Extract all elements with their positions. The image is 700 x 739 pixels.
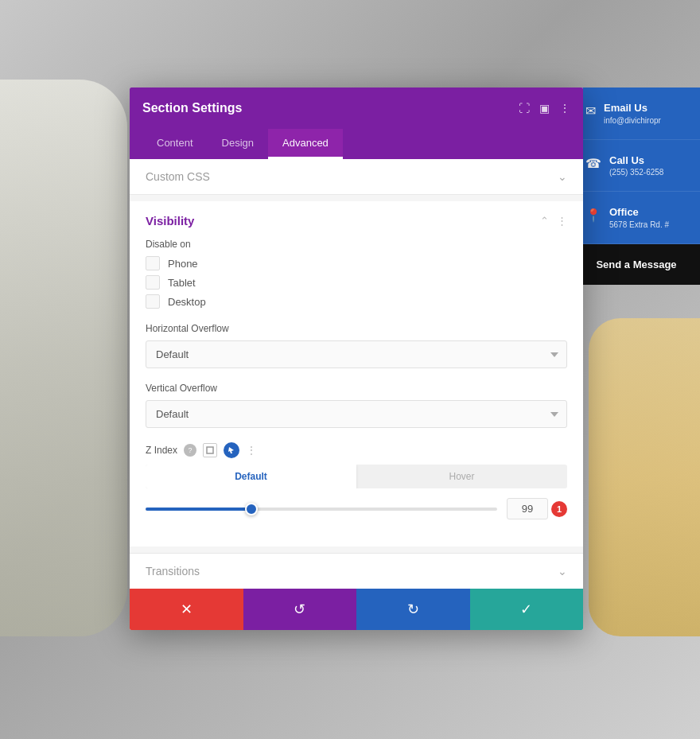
z-index-slider-container[interactable] xyxy=(146,501,497,517)
z-index-input[interactable] xyxy=(507,498,548,519)
horizontal-overflow-group: Horizontal Overflow Default Hidden Scrol… xyxy=(146,323,567,368)
vertical-overflow-label: Vertical Overflow xyxy=(146,383,567,394)
redo-button[interactable]: ↻ xyxy=(356,589,470,630)
slider-fill xyxy=(146,508,251,511)
modal-title: Section Settings xyxy=(142,101,512,115)
z-index-group: Z Index ? ⋮ Default Hover xyxy=(146,442,567,519)
more-options-icon[interactable]: ⋮ xyxy=(559,102,570,115)
visibility-title: Visibility xyxy=(146,214,540,228)
horizontal-overflow-label: Horizontal Overflow xyxy=(146,323,567,334)
vertical-overflow-select[interactable]: Default Hidden Scroll Auto Visible xyxy=(146,400,567,428)
desktop-label: Desktop xyxy=(168,296,206,308)
modal-header-icons: ⛶ ▣ ⋮ xyxy=(519,102,570,115)
fullscreen-icon[interactable]: ⛶ xyxy=(519,102,530,115)
transitions-chevron-icon: ⌄ xyxy=(558,565,567,578)
desktop-checkbox-row: Desktop xyxy=(146,294,567,309)
modal-header: Section Settings ⛶ ▣ ⋮ xyxy=(130,88,583,129)
phone-label: Phone xyxy=(168,258,198,270)
save-button[interactable]: ✓ xyxy=(470,589,584,630)
disable-on-group: Disable on Phone Tablet Desktop xyxy=(146,239,567,309)
modal-footer: ✕ ↺ ↻ ✓ xyxy=(130,589,583,630)
z-index-more-icon[interactable]: ⋮ xyxy=(246,444,257,457)
tablet-checkbox-row: Tablet xyxy=(146,275,567,290)
desktop-checkbox[interactable] xyxy=(146,294,160,309)
undo-button[interactable]: ↺ xyxy=(243,589,357,630)
chevron-down-icon: ⌄ xyxy=(558,170,567,183)
z-index-slider-row: 1 xyxy=(146,498,567,519)
tablet-label: Tablet xyxy=(168,277,196,289)
z-index-cursor-icon[interactable] xyxy=(224,442,239,458)
z-index-header: Z Index ? ⋮ xyxy=(146,442,567,458)
visibility-section: Visibility ⌃ ⋮ Disable on Phone T xyxy=(130,201,583,546)
svg-marker-1 xyxy=(228,447,234,453)
z-index-badge: 1 xyxy=(551,501,567,517)
phone-checkbox-row: Phone xyxy=(146,256,567,270)
disable-on-label: Disable on xyxy=(146,239,567,250)
vertical-overflow-group: Vertical Overflow Default Hidden Scroll … xyxy=(146,383,567,428)
tab-design[interactable]: Design xyxy=(208,129,268,159)
slider-thumb[interactable] xyxy=(245,503,258,515)
section-settings-modal: Section Settings ⛶ ▣ ⋮ Content Design Ad… xyxy=(130,88,583,630)
tab-content[interactable]: Content xyxy=(142,129,208,159)
cancel-button[interactable]: ✕ xyxy=(130,589,243,630)
z-index-help-icon[interactable]: ? xyxy=(184,444,196,457)
svg-rect-0 xyxy=(207,447,213,453)
custom-css-title: Custom CSS xyxy=(146,170,558,183)
modal-body: Custom CSS ⌄ Visibility ⌃ ⋮ Disable on xyxy=(130,159,583,589)
tablet-checkbox[interactable] xyxy=(146,275,160,290)
modal-overlay: Section Settings ⛶ ▣ ⋮ Content Design Ad… xyxy=(0,0,700,739)
z-index-desktop-icon[interactable] xyxy=(203,443,217,457)
transitions-section[interactable]: Transitions ⌄ xyxy=(130,553,583,589)
visibility-header-icons: ⌃ ⋮ xyxy=(540,215,567,227)
split-view-icon[interactable]: ▣ xyxy=(539,102,550,115)
tab-advanced[interactable]: Advanced xyxy=(268,129,343,159)
collapse-icon[interactable]: ⌃ xyxy=(540,215,549,227)
horizontal-overflow-select[interactable]: Default Hidden Scroll Auto Visible xyxy=(146,340,567,368)
visibility-more-icon[interactable]: ⋮ xyxy=(557,215,567,227)
visibility-header: Visibility ⌃ ⋮ xyxy=(146,214,567,228)
transitions-title: Transitions xyxy=(146,565,558,578)
slider-track xyxy=(146,508,497,511)
state-tab-default[interactable]: Default xyxy=(146,465,356,488)
z-index-label: Z Index xyxy=(146,445,177,456)
phone-checkbox[interactable] xyxy=(146,256,160,270)
z-index-value-box: 1 xyxy=(507,498,567,519)
state-tab-hover[interactable]: Hover xyxy=(356,465,567,488)
state-tabs: Default Hover xyxy=(146,465,567,488)
custom-css-section[interactable]: Custom CSS ⌄ xyxy=(130,159,583,195)
modal-tabs: Content Design Advanced xyxy=(130,129,583,159)
